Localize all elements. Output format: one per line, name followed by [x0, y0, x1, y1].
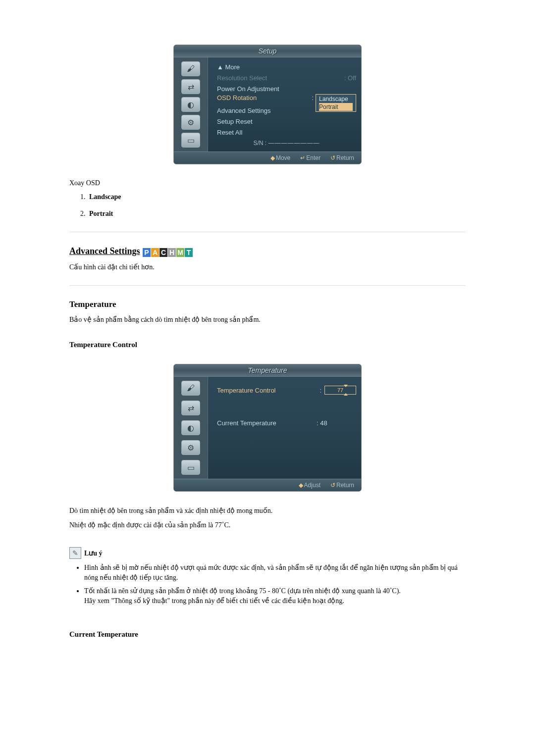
reset-all-item[interactable]: Reset All [217, 129, 242, 136]
osd-temperature-main: Temperature Control : 77 Current Tempera… [208, 377, 361, 479]
adjust-icon: ◆ [299, 482, 303, 489]
serial-number-label: S/N : [253, 140, 268, 147]
adjust-hint: ◆Adjust [299, 482, 321, 489]
badge-h: H [168, 248, 176, 257]
adv-settings-desc: Cấu hình cài đặt chi tiết hơn. [69, 263, 466, 271]
more-item[interactable]: ▲ More [217, 63, 240, 71]
badge-t: T [185, 248, 193, 257]
advanced-settings-item[interactable]: Advanced Settings [217, 107, 270, 114]
osd-temperature-title: Temperature [174, 364, 361, 377]
osd-setup-footer: ◆Move ↵Enter ↺Return [174, 151, 361, 164]
gear-icon[interactable]: ⚙ [181, 440, 200, 455]
resolution-select-item: Resolution Select [217, 74, 267, 82]
current-temperature-heading: Current Temperature [69, 630, 466, 639]
return-hint: ↺Return [330, 482, 354, 489]
divider [69, 285, 466, 286]
brush-icon[interactable]: 🖌 [181, 381, 200, 396]
badge-m: M [176, 248, 184, 257]
temperature-control-item[interactable]: Temperature Control [217, 387, 276, 394]
power-on-adj-item[interactable]: Power On Adjustment [217, 85, 279, 93]
temperature-slider-value: 77 [325, 386, 356, 394]
osd-rotation-sep: : [312, 94, 314, 101]
current-temperature-item: Current Temperature [217, 419, 276, 427]
note-item-1: Hình ảnh sẽ bị mờ nếu nhiệt độ vượt quá … [84, 563, 466, 582]
osd-rotation-item[interactable]: OSD Rotation [217, 94, 257, 101]
osd-temperature-body: 🖌 ⇄ ◐ ⚙ ▭ Temperature Control : 77 [174, 377, 361, 479]
xoay-osd-label: Xoay OSD [69, 179, 466, 187]
advanced-settings-heading: Advanced Settings [69, 246, 140, 256]
note-list: Hình ảnh sẽ bị mờ nếu nhiệt độ vượt quá … [84, 563, 466, 605]
serial-number-value: ———————— [268, 140, 320, 147]
screen-icon[interactable]: ▭ [181, 133, 200, 148]
note-heading: ✎ Lưu ý [69, 547, 466, 559]
slider-down-icon [344, 393, 348, 396]
badge-c: C [160, 248, 167, 257]
temperature-control-sep: : [320, 387, 321, 394]
note-icon: ✎ [69, 547, 81, 559]
slider-icon[interactable]: ⇄ [181, 79, 200, 94]
dropdown-option-landscape[interactable]: Landscape [319, 95, 353, 103]
temp-desc-1: Dò tìm nhiệt độ bên trong sản phẩm và xá… [69, 506, 466, 515]
clock-icon[interactable]: ◐ [181, 97, 200, 112]
clock-icon[interactable]: ◐ [181, 420, 200, 435]
osd-setup-body: 🖌 ⇄ ◐ ⚙ ▭ ▲ More Resolution Select : Off… [174, 57, 361, 151]
return-icon: ↺ [330, 482, 335, 489]
badge-p: P [143, 248, 151, 257]
enum-landscape: Landscape [89, 193, 121, 201]
current-temperature-value: : 48 [317, 419, 356, 427]
temperature-heading: Temperature [69, 300, 466, 309]
osd-rotation-enum: Landscape Portrait [84, 193, 466, 218]
osd-rotation-dropdown[interactable]: Landscape Portrait [316, 94, 356, 112]
osd-setup-main: ▲ More Resolution Select : Off Power On … [208, 57, 361, 151]
osd-sidebar: 🖌 ⇄ ◐ ⚙ ▭ [174, 377, 208, 479]
return-icon: ↺ [330, 154, 335, 161]
move-hint: ◆Move [270, 154, 290, 161]
brush-icon[interactable]: 🖌 [181, 61, 200, 76]
mode-badges: P A C H M T [143, 248, 193, 257]
osd-setup-panel: Setup 🖌 ⇄ ◐ ⚙ ▭ ▲ More Resolution Select… [173, 45, 362, 164]
slider-icon[interactable]: ⇄ [181, 401, 200, 415]
move-icon: ◆ [270, 154, 275, 161]
osd-temperature-footer: ◆Adjust ↺Return [174, 479, 361, 491]
enum-portrait: Portrait [89, 210, 113, 217]
divider [69, 232, 466, 232]
osd-sidebar: 🖌 ⇄ ◐ ⚙ ▭ [174, 57, 208, 151]
gear-icon[interactable]: ⚙ [181, 115, 200, 130]
osd-setup-title: Setup [174, 45, 361, 57]
setup-reset-item[interactable]: Setup Reset [217, 118, 253, 125]
temperature-control-heading: Temperature Control [69, 341, 466, 349]
osd-temperature-panel: Temperature 🖌 ⇄ ◐ ⚙ ▭ Temperature Contro… [173, 364, 362, 492]
resolution-select-value: : Off [344, 74, 356, 82]
dropdown-option-portrait[interactable]: Portrait [319, 103, 353, 111]
note-title: Lưu ý [84, 549, 103, 557]
temp-desc-2: Nhiệt độ mặc định được cài đặt của sản p… [69, 521, 466, 529]
screen-icon[interactable]: ▭ [181, 460, 200, 475]
enter-hint: ↵Enter [300, 154, 321, 161]
badge-a: A [151, 248, 159, 257]
enter-icon: ↵ [300, 154, 305, 161]
temperature-desc: Bảo vệ sản phẩm bằng cách dò tìm nhiệt đ… [69, 315, 466, 324]
temperature-slider[interactable]: 77 [324, 386, 356, 395]
note-item-2: Tốt nhất là nên sử dụng sản phẩm ở nhiệt… [84, 586, 466, 605]
return-hint: ↺Return [330, 154, 354, 161]
